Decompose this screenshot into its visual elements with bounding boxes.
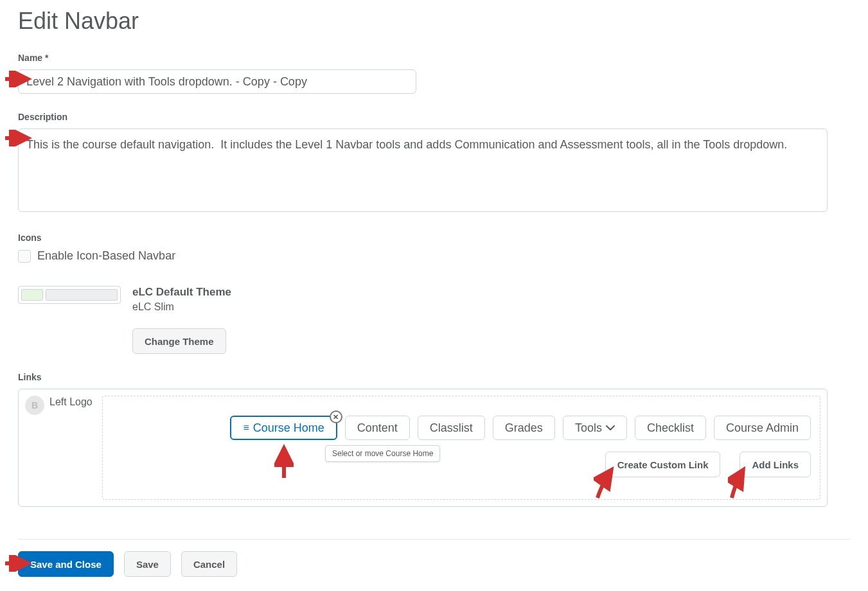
description-section: Description xyxy=(18,112,850,215)
theme-section: eLC Default Theme eLC Slim Change Theme xyxy=(18,286,850,354)
link-tooltip: Select or move Course Home xyxy=(325,445,440,462)
enable-icon-navbar-label: Enable Icon-Based Navbar xyxy=(37,249,175,263)
footer-actions: Save and Close Save Cancel xyxy=(18,539,850,577)
chevron-down-icon xyxy=(606,425,615,431)
navbar-link-grades[interactable]: Grades xyxy=(493,416,555,440)
navbar-link-label: Course Home xyxy=(253,421,324,435)
navbar-link-label: Checklist xyxy=(647,421,694,435)
description-label: Description xyxy=(18,112,850,122)
links-drop-zone[interactable]: ≡Course Home✕ContentClasslistGradesTools… xyxy=(102,396,820,500)
page-title: Edit Navbar xyxy=(18,8,850,35)
links-label: Links xyxy=(18,372,850,382)
navbar-link-label: Grades xyxy=(505,421,543,435)
navbar-link-classlist[interactable]: Classlist xyxy=(418,416,485,440)
name-input[interactable] xyxy=(18,69,416,94)
links-section: Links B Left Logo ≡Course Home✕ContentCl… xyxy=(18,372,850,507)
theme-title: eLC Default Theme xyxy=(132,286,231,299)
logo-placeholder-icon: B xyxy=(25,396,44,415)
navbar-link-label: Classlist xyxy=(430,421,473,435)
create-custom-link-button[interactable]: Create Custom Link xyxy=(605,452,721,477)
remove-link-icon[interactable]: ✕ xyxy=(330,410,342,423)
drag-handle-icon[interactable]: ≡ xyxy=(243,422,249,434)
name-section: Name * xyxy=(18,53,850,94)
change-theme-button[interactable]: Change Theme xyxy=(132,328,226,354)
navbar-link-content[interactable]: Content xyxy=(345,416,410,440)
icons-section: Icons Enable Icon-Based Navbar xyxy=(18,233,850,263)
left-logo-label: Left Logo xyxy=(49,396,93,409)
add-links-button[interactable]: Add Links xyxy=(740,452,811,477)
name-label: Name * xyxy=(18,53,850,63)
icons-label: Icons xyxy=(18,233,850,243)
navbar-link-course-home[interactable]: ≡Course Home✕ xyxy=(230,416,337,440)
enable-icon-navbar-checkbox[interactable] xyxy=(18,250,31,263)
links-container: B Left Logo ≡Course Home✕ContentClasslis… xyxy=(18,389,828,507)
navbar-link-tools[interactable]: Tools xyxy=(563,416,627,440)
theme-thumbnail xyxy=(18,286,121,304)
navbar-link-label: Content xyxy=(357,421,398,435)
navbar-link-label: Tools xyxy=(575,421,602,435)
save-and-close-button[interactable]: Save and Close xyxy=(18,551,114,577)
navbar-link-label: Course Admin xyxy=(726,421,799,435)
save-button[interactable]: Save xyxy=(124,551,171,577)
theme-subtitle: eLC Slim xyxy=(132,301,231,313)
description-input[interactable] xyxy=(18,128,828,212)
cancel-button[interactable]: Cancel xyxy=(181,551,237,577)
navbar-link-checklist[interactable]: Checklist xyxy=(635,416,706,440)
navbar-link-course-admin[interactable]: Course Admin xyxy=(714,416,811,440)
left-logo-slot: B Left Logo xyxy=(25,396,96,500)
